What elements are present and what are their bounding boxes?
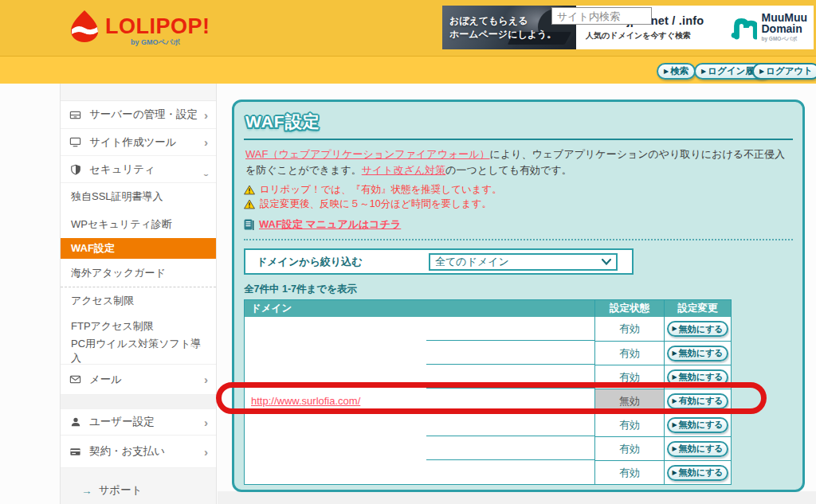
domain-filter-box: ドメインから絞り込む 全てのドメイン [244, 248, 634, 275]
muumuu-byline: by GMOペパボ [761, 36, 807, 43]
arrow-icon: ▶ [673, 422, 677, 428]
lolipop-drop-icon [69, 10, 100, 43]
chevron-right-icon: › [204, 373, 208, 386]
table-header-row: ドメイン 設定状態 設定変更 [245, 300, 731, 317]
sidebar-item-server-management[interactable]: サーバーの管理・設定 › [61, 101, 216, 129]
status-value: 有効 [594, 436, 664, 460]
waf-settings-panel: WAF設定 WAF（ウェブアプリケーションファイアウォール）により、ウェブアプリ… [232, 100, 805, 492]
ad-photo-line1: おぼえてもらえる [449, 14, 556, 28]
disable-button[interactable]: ▶無効にする [667, 346, 729, 361]
status-value: 有効 [594, 460, 664, 484]
mail-icon [69, 373, 82, 386]
muumuu-name-1: MuuMuu [761, 12, 807, 23]
arrow-icon: ▶ [673, 350, 677, 357]
brand-title: LOLIPOP! [105, 14, 210, 39]
status-value: 有効 [594, 365, 664, 389]
sidebar-item-attack-guard[interactable]: 海外アタックガード [61, 259, 216, 287]
chevron-right-icon: › [204, 445, 208, 459]
warning-icon [244, 185, 255, 195]
chevron-right-icon: › [204, 135, 208, 149]
disable-button[interactable]: ▶無効にする [667, 465, 729, 481]
page-title: WAF設定 [245, 111, 793, 133]
disable-button[interactable]: ▶無効にする [667, 321, 729, 337]
sidebar-item-access-restriction[interactable]: アクセス制限 [61, 287, 216, 314]
chevron-right-icon: › [204, 416, 208, 429]
arrow-right-icon: → [81, 485, 92, 497]
domain-link[interactable]: http://www.surlofia.com/ [251, 395, 360, 407]
sidebar-item-mail[interactable]: メール › [61, 365, 216, 395]
manual-link[interactable]: WAF設定 マニュアルはコチラ [259, 217, 401, 232]
disable-button[interactable]: ▶無効にする [667, 441, 729, 457]
arrow-icon: ▶ [673, 470, 677, 476]
sidebar-item-wp-security[interactable]: WPセキュリティ診断 [61, 210, 216, 238]
user-icon [69, 416, 82, 429]
brand-byline: by GMOペパボ [131, 37, 180, 48]
manual-link-row: WAF設定 マニュアルはコチラ [244, 217, 793, 232]
sidebar-top-strip [61, 84, 216, 101]
waf-help-link[interactable]: WAF（ウェブアプリケーションファイアウォール） [245, 148, 490, 160]
intro-text: WAF（ウェブアプリケーションファイアウォール）により、ウェブアプリケーションの… [245, 147, 791, 178]
arrow-icon: ▶ [673, 374, 677, 381]
table-row-highlighted: http://www.surlofia.com/ 無効 ▶有効にする [245, 389, 731, 412]
logout-button[interactable]: ▶ ログアウト [752, 63, 816, 80]
sidebar-item-security[interactable]: セキュリティ ˬ [61, 156, 216, 183]
column-header-status: 設定状態 [594, 300, 664, 317]
sidebar-divider [61, 395, 216, 409]
sidebar-item-user-settings[interactable]: ユーザー設定 › [61, 409, 216, 436]
sidebar-item-waf-settings[interactable]: WAF設定 [61, 238, 216, 259]
ad-tagline: 人気のドメインを今すぐ検索 [586, 30, 704, 41]
sidebar-item-support[interactable]: → サポート [61, 481, 216, 500]
dotted-divider [244, 239, 793, 240]
warning-note-2: 設定変更後、反映に５～10分ほど時間を要します。 [244, 197, 793, 210]
lolipop-logo[interactable]: LOLIPOP! by GMOペパボ [69, 8, 228, 49]
sidebar-item-site-tools[interactable]: サイト作成ツール › [61, 129, 216, 156]
arrow-icon: ▶ [673, 398, 677, 404]
sidebar-item-antivirus[interactable]: PC用ウイルス対策ソフト導入 [61, 338, 216, 365]
header-bar: LOLIPOP! by GMOペパボ おぼえてもらえる ホームページにしよう。 … [0, 0, 816, 56]
arrow-icon: ▶ [673, 326, 677, 332]
status-value: 無効 [594, 389, 664, 412]
status-value: 有効 [594, 412, 664, 436]
sidebar-support-section: → サポート [61, 468, 216, 504]
sidebar-item-billing[interactable]: 契約・お支払い › [61, 436, 216, 468]
disable-button[interactable]: ▶無効にする [667, 369, 729, 385]
enable-button[interactable]: ▶有効にする [667, 393, 729, 409]
table-row: 有効 ▶無効にする [245, 436, 731, 460]
sidebar-item-ftp-access[interactable]: FTPアクセス制限 [61, 314, 216, 338]
credit-card-icon [69, 445, 82, 459]
arrow-icon: ▶ [664, 68, 669, 75]
arrow-icon: ▶ [673, 446, 677, 452]
site-search-input[interactable] [551, 7, 652, 25]
chevron-down-icon [602, 259, 611, 265]
muumuu-logo: MuuMuu Domain by GMOペパボ [730, 12, 807, 43]
arrow-icon: ▶ [701, 68, 706, 75]
warning-note-1: ロリポップ！では、『有効』状態を推奨しています。 [244, 183, 793, 196]
column-header-domain: ドメイン [245, 300, 594, 317]
tamper-protection-link[interactable]: サイト改ざん対策 [362, 164, 446, 176]
disable-button[interactable]: ▶無効にする [667, 417, 729, 433]
status-value: 有効 [594, 341, 664, 365]
monitor-icon [69, 135, 82, 149]
domain-filter-label: ドメインから絞り込む [257, 255, 429, 269]
muumuu-name-2: Domain [761, 23, 807, 34]
sidebar-item-ssl[interactable]: 独自SSL証明書導入 [61, 183, 216, 210]
warning-icon [244, 199, 255, 209]
sidebar: サーバーの管理・設定 › サイト作成ツール › セキュリティ ˬ 独自SSL証明… [60, 84, 217, 504]
title-divider [244, 139, 793, 140]
ad-photo-line2: ホームページにしよう。 [449, 28, 556, 41]
table-row: 有効 ▶無効にする [245, 317, 731, 341]
column-header-change: 設定変更 [664, 300, 731, 317]
table-row: 有効 ▶無効にする [245, 365, 731, 389]
status-value: 有効 [594, 317, 664, 341]
muumuu-m-icon [730, 14, 757, 41]
shield-icon [69, 162, 82, 176]
document-icon [244, 219, 254, 231]
table-row: 有効 ▶無効にする [245, 341, 731, 365]
result-count: 全7件中 1-7件までを表示 [244, 283, 793, 296]
chevron-down-icon: ˬ [204, 162, 208, 176]
search-button[interactable]: ▶ 検索 [657, 63, 696, 80]
domain-filter-select[interactable]: 全てのドメイン [429, 253, 618, 271]
server-icon [69, 108, 82, 122]
page-footer-strip [218, 491, 816, 504]
table-row: 有効 ▶無効にする [245, 460, 731, 484]
